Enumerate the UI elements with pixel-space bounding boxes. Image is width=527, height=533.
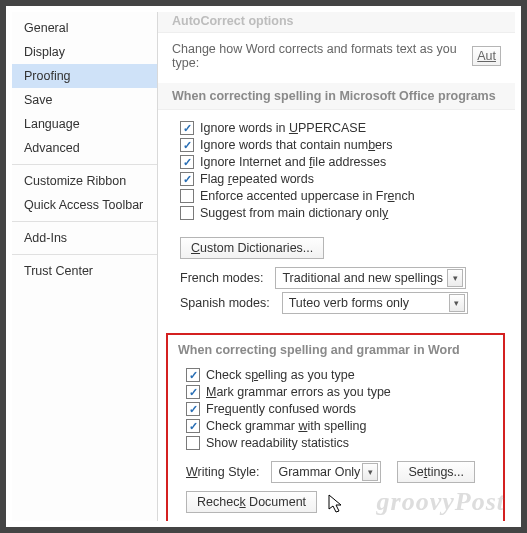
options-sidebar: GeneralDisplayProofingSaveLanguageAdvanc… (12, 12, 158, 521)
sidebar-item-general[interactable]: General (12, 16, 157, 40)
office-check-label-5: Suggest from main dictionary only (200, 206, 388, 220)
word-check-label-1: Mark grammar errors as you type (206, 385, 391, 399)
office-section-body: Ignore words in UPPERCASEIgnore words th… (158, 110, 515, 233)
sidebar-separator (12, 164, 157, 165)
sidebar-separator (12, 254, 157, 255)
sidebar-separator (12, 221, 157, 222)
office-section-heading: When correcting spelling in Microsoft Of… (158, 83, 515, 110)
office-check-checkbox-3[interactable] (180, 172, 194, 186)
office-check-row-4: Enforce accented uppercase in French (180, 189, 501, 203)
office-check-label-0: Ignore words in UPPERCASE (200, 121, 366, 135)
sidebar-item-language[interactable]: Language (12, 112, 157, 136)
office-check-row-5: Suggest from main dictionary only (180, 206, 501, 220)
office-check-checkbox-2[interactable] (180, 155, 194, 169)
sidebar-item-display[interactable]: Display (12, 40, 157, 64)
french-modes-label: French modes: (180, 271, 263, 285)
office-check-row-1: Ignore words that contain numbers (180, 138, 501, 152)
sidebar-item-advanced[interactable]: Advanced (12, 136, 157, 160)
word-check-row-3: Check grammar with spelling (186, 419, 493, 433)
autocorrect-heading: AutoCorrect options (158, 12, 515, 33)
sidebar-item-customize-ribbon[interactable]: Customize Ribbon (12, 169, 157, 193)
office-check-checkbox-5[interactable] (180, 206, 194, 220)
writing-style-label: Writing Style: (186, 465, 259, 479)
word-check-checkbox-2[interactable] (186, 402, 200, 416)
office-check-label-4: Enforce accented uppercase in French (200, 189, 415, 203)
word-check-checkbox-4[interactable] (186, 436, 200, 450)
office-check-row-0: Ignore words in UPPERCASE (180, 121, 501, 135)
chevron-down-icon: ▾ (447, 269, 463, 287)
writing-style-select[interactable]: Grammar Only▾ (271, 461, 381, 483)
word-check-label-4: Show readability statistics (206, 436, 349, 450)
word-check-checkbox-1[interactable] (186, 385, 200, 399)
office-check-row-3: Flag repeated words (180, 172, 501, 186)
word-check-checkbox-0[interactable] (186, 368, 200, 382)
chevron-down-icon: ▾ (362, 463, 378, 481)
word-check-row-1: Mark grammar errors as you type (186, 385, 493, 399)
autocorrect-intro-row: Change how Word corrects and formats tex… (158, 36, 515, 80)
word-section-highlight: When correcting spelling and grammar in … (166, 333, 505, 521)
sidebar-item-add-ins[interactable]: Add-Ins (12, 226, 157, 250)
spanish-modes-select[interactable]: Tuteo verb forms only▾ (282, 292, 468, 314)
office-check-label-2: Ignore Internet and file addresses (200, 155, 386, 169)
autocorrect-intro: Change how Word corrects and formats tex… (172, 42, 460, 70)
sidebar-item-proofing[interactable]: Proofing (12, 64, 157, 88)
chevron-down-icon: ▾ (449, 294, 465, 312)
office-check-checkbox-0[interactable] (180, 121, 194, 135)
office-check-checkbox-1[interactable] (180, 138, 194, 152)
word-check-checkbox-3[interactable] (186, 419, 200, 433)
word-section-body: Check spelling as you typeMark grammar e… (174, 363, 497, 455)
settings-button[interactable]: Settings... (397, 461, 475, 483)
options-content: AutoCorrect options Change how Word corr… (158, 12, 515, 521)
word-check-row-0: Check spelling as you type (186, 368, 493, 382)
sidebar-item-save[interactable]: Save (12, 88, 157, 112)
office-check-label-3: Flag repeated words (200, 172, 314, 186)
word-check-label-0: Check spelling as you type (206, 368, 355, 382)
sidebar-item-trust-center[interactable]: Trust Center (12, 259, 157, 283)
autocorrect-options-button[interactable]: Aut (472, 46, 501, 66)
word-section-heading: When correcting spelling and grammar in … (174, 339, 497, 363)
word-check-label-2: Frequently confused words (206, 402, 356, 416)
spanish-modes-label: Spanish modes: (180, 296, 270, 310)
office-check-label-1: Ignore words that contain numbers (200, 138, 392, 152)
recheck-document-button[interactable]: Recheck Document (186, 491, 317, 513)
french-modes-select[interactable]: Traditional and new spellings▾ (275, 267, 466, 289)
word-check-row-4: Show readability statistics (186, 436, 493, 450)
word-check-label-3: Check grammar with spelling (206, 419, 367, 433)
sidebar-item-quick-access-toolbar[interactable]: Quick Access Toolbar (12, 193, 157, 217)
office-check-row-2: Ignore Internet and file addresses (180, 155, 501, 169)
word-check-row-2: Frequently confused words (186, 402, 493, 416)
custom-dictionaries-button[interactable]: Custom Dictionaries... (180, 237, 324, 259)
office-check-checkbox-4[interactable] (180, 189, 194, 203)
